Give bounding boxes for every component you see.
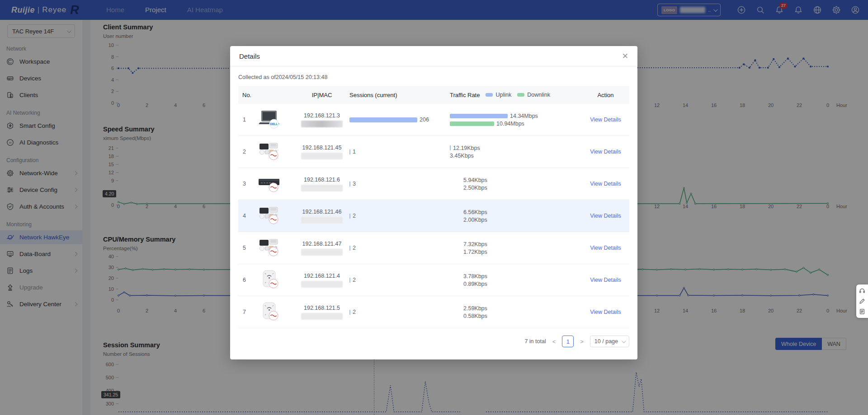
mac-address-blurred [301,153,343,159]
table-row: 2192.168.121.45112.19Kbps3.45KbpsView De… [238,136,629,168]
mac-address-blurred [301,249,343,256]
sessions-bar [349,117,417,122]
downlink-label: Downlink [527,92,550,98]
ip-address: 192.168.121.3 [294,112,349,119]
sessions-tick [349,246,350,251]
mac-address-blurred [301,217,343,224]
view-details-link[interactable]: View Details [582,245,629,251]
table-row: 6192.168.121.423.78Kbps0.89KbpsView Deta… [238,264,629,296]
ip-address: 192.168.121.47 [294,241,349,247]
view-details-link[interactable]: View Details [582,117,629,123]
downlink-value: 0.89Kbps [463,281,487,287]
downlink-swatch [517,93,524,97]
row-number: 4 [238,213,257,219]
device-icon-access-point [257,302,282,322]
uplink-value: 2.59Kbps [463,305,487,312]
table-row: 3192.168.121.635.94Kbps2.50KbpsView Deta… [238,168,629,200]
ip-address: 192.168.121.5 [294,305,349,311]
col-header-ipmac: IP|MAC [294,92,349,98]
sessions-tick [349,149,350,154]
row-number: 7 [238,309,257,315]
uplink-value: 5.94Kbps [463,177,487,183]
uplink-value: 12.19Kbps [453,145,480,151]
sessions-value: 1 [353,149,356,155]
svg-text:DELL: DELL [270,122,278,125]
downlink-value: 1.72Kbps [463,249,487,255]
sessions-tick [349,310,350,315]
sessions-cell: 3 [349,181,450,187]
quick-tools-tab [856,284,868,318]
view-details-link[interactable]: View Details [582,277,629,283]
col-header-no: No. [238,92,257,98]
ip-address: 192.168.121.4 [294,273,349,279]
col-header-action: Action [582,92,629,98]
page-number[interactable]: 1 [562,336,574,347]
traffic-cell: 2.59Kbps0.58Kbps [450,304,582,320]
col-header-traffic: Traffic Rate Uplink Downlink [450,92,582,98]
uplink-value: 7.32Kbps [463,241,487,247]
ip-address: 192.168.121.45 [294,145,349,151]
device-icon-gateway-cluster [257,141,282,161]
prev-page-arrow[interactable]: < [552,338,557,345]
sessions-value: 3 [353,181,356,187]
device-icon-laptop-dell: DELL [257,109,282,129]
table-row: 5192.168.121.4727.32Kbps1.72KbpsView Det… [238,232,629,264]
sessions-cell: 2 [349,213,450,219]
sessions-value: 2 [353,245,356,251]
page-size-select[interactable]: 10 / page [590,336,629,347]
table-row: 1DELL192.168.121.320614.34Mbps10.94MbpsV… [238,104,629,136]
sessions-cell: 2 [349,245,450,251]
sessions-tick [349,278,350,283]
view-details-link[interactable]: View Details [582,309,629,315]
downlink-value: 0.58Kbps [463,313,487,319]
chevron-down-icon [622,339,626,343]
sessions-cell: 2 [349,277,450,283]
row-number: 1 [238,117,257,123]
sessions-cell: 2 [349,309,450,315]
traffic-cell: 5.94Kbps2.50Kbps [450,176,582,191]
traffic-cell: 6.56Kbps2.00Kbps [450,208,582,224]
total-count: 7 in total [524,338,546,345]
sessions-cell: 1 [349,149,450,155]
dialog-title: Details [239,52,260,60]
details-table: No. IP|MAC Sessions (current) Traffic Ra… [238,86,629,328]
headset-support-icon[interactable] [859,288,865,294]
mac-address-blurred [301,313,343,320]
table-footer: 7 in total < 1 > 10 / page [238,336,629,347]
uplink-value: 14.34Mbps [510,113,538,119]
view-details-link[interactable]: View Details [582,213,629,219]
details-dialog: Details ✕ Collected as of2024/05/15 20:1… [230,46,637,359]
table-header-row: No. IP|MAC Sessions (current) Traffic Ra… [238,86,629,104]
legend-downlink: Downlink [517,92,550,98]
legend-uplink: Uplink [486,92,511,98]
sessions-value: 206 [420,117,429,123]
downlink-value: 10.94Mbps [496,121,524,127]
sessions-value: 2 [353,277,356,283]
traffic-cell: 12.19Kbps3.45Kbps [450,144,582,159]
col-header-sessions: Sessions (current) [349,92,450,98]
row-number: 3 [238,181,257,187]
uplink-value: 6.56Kbps [463,209,487,215]
ip-address: 192.168.121.46 [294,209,349,215]
sessions-tick [349,214,350,219]
downlink-value: 2.50Kbps [463,185,487,191]
page: Ruijie | Reyee R Home Project AI Heatmap… [0,0,868,415]
ip-address: 192.168.121.6 [294,177,349,183]
device-icon-gateway-cluster [257,238,282,257]
device-icon-switch [257,173,282,193]
document-help-icon[interactable] [859,308,865,315]
traffic-cell: 14.34Mbps10.94Mbps [450,112,582,127]
feedback-pencil-icon[interactable] [859,298,865,304]
next-page-arrow[interactable]: > [579,338,585,345]
uplink-label: Uplink [495,92,511,98]
close-icon[interactable]: ✕ [622,52,628,60]
uplink-bar [450,114,508,118]
row-number: 5 [238,245,257,251]
view-details-link[interactable]: View Details [582,181,629,187]
view-details-link[interactable]: View Details [582,149,629,155]
device-icon-gateway-cluster [257,205,282,225]
row-number: 2 [238,149,257,155]
mac-address-blurred [301,185,343,191]
page-size-value: 10 / page [594,338,618,345]
device-icon-access-point [257,270,282,289]
